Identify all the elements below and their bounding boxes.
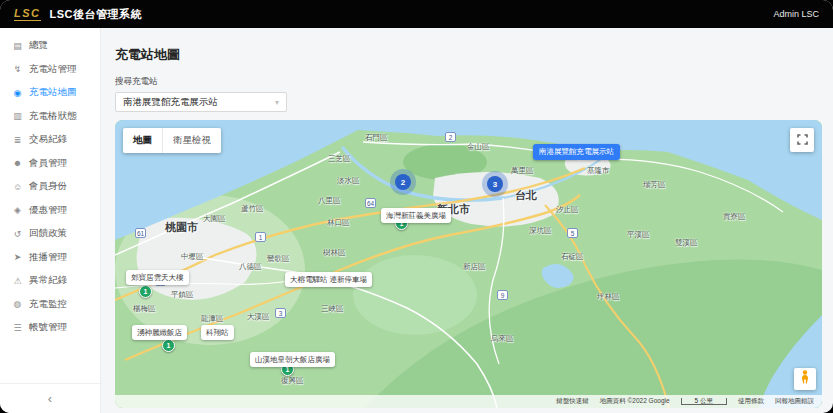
station-label[interactable]: 海灣新莊義美廣場	[381, 208, 451, 223]
sidebar-collapse-button[interactable]: ‹	[0, 383, 100, 413]
satellite-view-button[interactable]: 衛星檢視	[162, 128, 221, 153]
cluster-count: 2	[401, 178, 405, 187]
map-town-label: 鶯歌區	[267, 254, 290, 264]
sidebar-item-label: 會員管理	[29, 157, 67, 170]
map-city-label: 桃園市	[165, 220, 198, 235]
marker-count: 1	[144, 288, 148, 295]
station-select-value: 南港展覽館充電展示站	[123, 96, 218, 109]
map-town-label: 八德區	[239, 262, 262, 272]
sidebar-item-label: 帳號管理	[29, 321, 67, 334]
map-town-label: 蘆竹區	[241, 204, 264, 214]
station-marker[interactable]: 1	[162, 339, 175, 352]
map-town-label: 坪林區	[597, 292, 620, 302]
station-marker[interactable]: 1	[139, 285, 152, 298]
station-label[interactable]: 大榕電驛站 連新停車場	[285, 272, 372, 287]
station-label[interactable]: 山溪地皇朝大飯店廣場	[250, 352, 335, 367]
selected-station-badge[interactable]: 南港展覽館充電展示站	[533, 144, 620, 160]
map-attribution-bar: 鍵盤快速鍵 地圖資料 ©2022 Google 5 公里 使用條款 回報地圖錯誤	[115, 395, 822, 408]
sidebar-item-station-management[interactable]: ↯ 充電站管理	[0, 58, 100, 82]
layout: ▤ 總覽 ↯ 充電站管理 ◉ 充電站地圖 ▥ 充電樁狀態 ≣ 交易紀錄	[0, 28, 833, 413]
map-town-label: 龍潭區	[201, 314, 224, 324]
marker-count: 1	[286, 366, 290, 373]
marker-count: 1	[167, 342, 171, 349]
transactions-icon: ≣	[12, 135, 23, 145]
map[interactable]: 桃園市 新北市 台北 石門區 三芝區 金山區 萬里區 基隆市 瑞芳區 貢寮區 淡…	[115, 120, 822, 408]
road-shield: 1	[255, 232, 266, 242]
abnormal-icon: ⚠	[12, 276, 23, 286]
pegman-icon	[799, 370, 811, 388]
map-town-label: 大園區	[203, 214, 226, 224]
road-shield: 9	[497, 290, 508, 300]
map-view-button[interactable]: 地圖	[123, 128, 162, 153]
sidebar-item-label: 充電站管理	[29, 63, 77, 76]
map-town-label: 三峽區	[321, 304, 344, 314]
map-town-label: 淡水區	[337, 176, 360, 186]
station-cluster-marker[interactable]: 3	[487, 176, 503, 192]
sidebar-item-member-identity[interactable]: ☺ 會員身份	[0, 175, 100, 199]
map-town-label: 金山區	[467, 142, 490, 152]
sidebar-item-charger-status[interactable]: ▥ 充電樁狀態	[0, 105, 100, 129]
page-title: 充電站地圖	[115, 46, 822, 64]
pegman-control[interactable]	[794, 368, 816, 390]
map-town-label: 復興區	[281, 376, 304, 386]
sidebar-item-charging-monitor[interactable]: ◍ 充電監控	[0, 293, 100, 317]
map-scale: 5 公里	[681, 398, 727, 405]
member-management-icon: ☻	[12, 158, 23, 168]
sidebar-item-label: 回饋政策	[29, 227, 67, 240]
chevron-down-icon: ▾	[275, 98, 279, 107]
account-icon: ☰	[12, 323, 23, 333]
top-header: LSC LSC後台管理系統 Admin LSC	[0, 0, 833, 28]
sidebar-item-push-management[interactable]: ➤ 推播管理	[0, 246, 100, 270]
station-map-icon: ◉	[12, 88, 23, 98]
sidebar-item-label: 異常紀錄	[29, 274, 67, 287]
keyboard-shortcuts-link[interactable]: 鍵盤快速鍵	[556, 397, 589, 406]
station-cluster-marker[interactable]: 2	[395, 174, 411, 190]
user-menu[interactable]: Admin LSC	[773, 9, 819, 19]
sidebar-item-member-management[interactable]: ☻ 會員管理	[0, 152, 100, 176]
sidebar-nav: ▤ 總覽 ↯ 充電站管理 ◉ 充電站地圖 ▥ 充電樁狀態 ≣ 交易紀錄	[0, 28, 100, 383]
sidebar-item-feedback-policy[interactable]: ↺ 回饋政策	[0, 222, 100, 246]
map-town-label: 平鎮區	[171, 290, 194, 300]
station-label[interactable]: 科翔站	[201, 325, 234, 340]
fullscreen-icon	[797, 133, 808, 148]
road-shield: 3	[275, 308, 286, 318]
app-window: LSC LSC後台管理系統 Admin LSC ▤ 總覽 ↯ 充電站管理 ◉ 充…	[0, 0, 833, 413]
road-shield: 61	[135, 228, 146, 238]
lsc-logo: LSC	[14, 7, 41, 21]
sidebar-item-station-map[interactable]: ◉ 充電站地圖	[0, 81, 100, 105]
fullscreen-button[interactable]	[790, 128, 814, 152]
map-town-label: 大溪區	[247, 312, 270, 322]
map-town-label: 雙溪區	[675, 238, 698, 248]
station-management-icon: ↯	[12, 64, 23, 74]
map-town-label: 貢寮區	[723, 212, 746, 222]
cluster-count: 3	[493, 180, 497, 189]
sidebar: ▤ 總覽 ↯ 充電站管理 ◉ 充電站地圖 ▥ 充電樁狀態 ≣ 交易紀錄	[0, 28, 101, 413]
road-shield: 2	[445, 132, 456, 142]
sidebar-item-abnormal-records[interactable]: ⚠ 異常紀錄	[0, 269, 100, 293]
station-label[interactable]: 郊寶居雲天大樓	[126, 270, 189, 285]
sidebar-item-transactions[interactable]: ≣ 交易紀錄	[0, 128, 100, 152]
map-town-label: 石門區	[365, 133, 388, 143]
road-shield: 64	[365, 198, 376, 208]
map-town-label: 林口區	[327, 218, 350, 228]
station-select[interactable]: 南港展覽館充電展示站 ▾	[115, 92, 287, 112]
sidebar-item-label: 交易紀錄	[29, 133, 67, 146]
sidebar-item-overview[interactable]: ▤ 總覽	[0, 34, 100, 58]
sidebar-item-label: 優惠管理	[29, 204, 67, 217]
station-label[interactable]: 湧神麗緻飯店	[132, 325, 187, 340]
map-town-label: 瑞芳區	[643, 180, 666, 190]
report-error-link[interactable]: 回報地圖錯誤	[775, 397, 814, 406]
push-icon: ➤	[12, 252, 23, 262]
map-town-label: 深坑區	[529, 226, 552, 236]
main-content: 充電站地圖 搜尋充電站 南港展覽館充電展示站 ▾	[101, 28, 833, 413]
sidebar-item-label: 會員身份	[29, 180, 67, 193]
sidebar-item-discount-management[interactable]: ◈ 優惠管理	[0, 199, 100, 223]
map-town-label: 八里區	[318, 196, 341, 206]
sidebar-item-label: 充電監控	[29, 298, 67, 311]
terms-link[interactable]: 使用條款	[738, 397, 764, 406]
map-town-label: 汐止區	[556, 205, 579, 215]
sidebar-item-label: 總覽	[29, 39, 48, 52]
sidebar-item-account-management[interactable]: ☰ 帳號管理	[0, 316, 100, 340]
app-title: LSC後台管理系統	[50, 7, 143, 22]
map-town-label: 萬里區	[511, 166, 534, 176]
